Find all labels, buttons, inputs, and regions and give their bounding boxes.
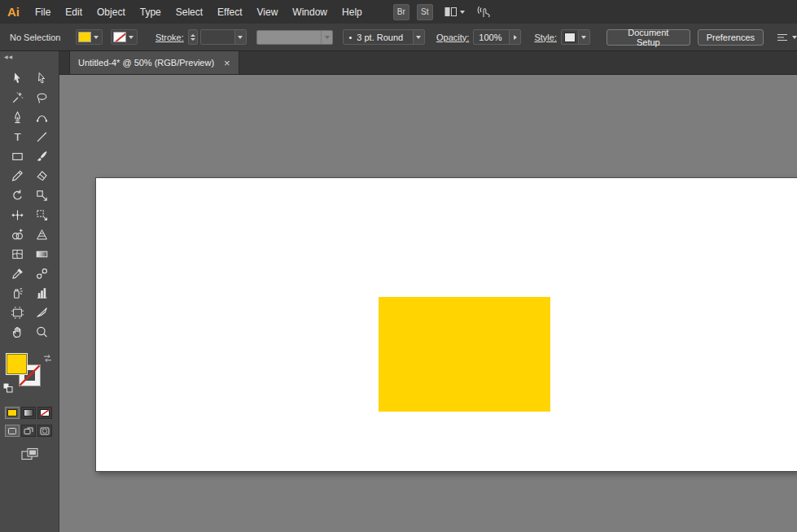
gradient-tool[interactable] <box>29 245 54 264</box>
draw-inside-button[interactable] <box>37 425 52 437</box>
free-transform-tool[interactable] <box>29 206 54 225</box>
align-panel-button[interactable] <box>776 32 797 43</box>
pen-tool[interactable] <box>5 108 29 127</box>
menu-select[interactable]: Select <box>169 0 210 24</box>
preferences-button[interactable]: Preferences <box>698 29 764 46</box>
stepper-down-icon <box>190 38 195 41</box>
rectangle-tool[interactable] <box>5 147 29 166</box>
menu-help[interactable]: Help <box>335 0 370 24</box>
yellow-rectangle-shape[interactable] <box>379 297 550 412</box>
style-dropdown[interactable] <box>578 30 589 44</box>
artboard-tool[interactable] <box>5 303 29 322</box>
document-tab-bar: Untitled-4* @ 50% (RGB/Preview) × <box>59 51 797 75</box>
direct-selection-tool[interactable] <box>29 69 54 88</box>
arrange-documents-icon <box>444 7 457 17</box>
stroke-weight-dropdown[interactable] <box>234 30 246 44</box>
style-swatch <box>564 33 576 42</box>
lasso-tool[interactable] <box>29 89 54 107</box>
fill-dropdown[interactable] <box>91 30 102 44</box>
stroke-panel-link[interactable]: Stroke: <box>155 33 184 42</box>
brush-definition-label: 3 pt. Round <box>357 33 403 42</box>
fill-swatch <box>78 32 91 42</box>
style-swatch-wrap <box>562 30 578 44</box>
chevron-down-icon <box>325 36 330 39</box>
hand-tool[interactable] <box>5 323 29 342</box>
fill-color-indicator[interactable] <box>6 353 28 375</box>
draw-normal-button[interactable] <box>5 425 20 437</box>
line-segment-tool[interactable] <box>29 128 54 146</box>
draw-behind-button[interactable] <box>21 425 36 437</box>
document-setup-button[interactable]: Document Setup <box>607 29 690 46</box>
panel-collapse-button[interactable]: ◀◀ <box>0 51 59 64</box>
color-button[interactable] <box>5 407 20 419</box>
change-screen-mode-button[interactable] <box>21 447 59 464</box>
menu-type[interactable]: Type <box>133 0 169 24</box>
align-panel-icon <box>776 32 789 43</box>
bridge-button[interactable]: Br <box>393 4 409 20</box>
touch-workspace-button[interactable] <box>476 6 492 19</box>
draw-normal-icon <box>7 427 17 435</box>
chevron-right-icon <box>514 35 517 40</box>
chevron-down-icon <box>94 36 99 39</box>
color-swatch <box>7 409 17 416</box>
symbol-sprayer-tool[interactable] <box>5 284 29 303</box>
control-bar: No Selection Stroke: • 3 <box>0 24 797 51</box>
none-button[interactable] <box>37 407 52 419</box>
brush-definition-combo[interactable]: • 3 pt. Round <box>343 29 425 45</box>
stepper-up-icon <box>190 34 195 37</box>
width-tool[interactable] <box>5 206 29 225</box>
menu-file[interactable]: File <box>28 0 58 24</box>
document-tab[interactable]: Untitled-4* @ 50% (RGB/Preview) × <box>69 51 239 74</box>
mesh-tool[interactable] <box>5 245 29 264</box>
menu-edit[interactable]: Edit <box>58 0 90 24</box>
screen-mode-icon <box>21 447 38 460</box>
stroke-weight-combo[interactable] <box>200 29 247 45</box>
stroke-weight-stepper[interactable] <box>188 29 198 45</box>
stroke-dropdown[interactable] <box>126 30 137 44</box>
chevron-down-icon <box>238 36 243 39</box>
stroke-color-picker[interactable] <box>111 29 138 45</box>
column-graph-tool[interactable] <box>29 284 54 303</box>
none-swatch-icon <box>40 409 50 416</box>
rotate-tool[interactable] <box>5 186 29 205</box>
menu-window[interactable]: Window <box>285 0 335 24</box>
eyedropper-tool[interactable] <box>5 264 29 283</box>
brush-definition-dropdown[interactable] <box>413 30 424 44</box>
brush-dot-icon: • <box>348 33 352 42</box>
default-fill-stroke-icon[interactable] <box>2 382 13 393</box>
curvature-tool[interactable] <box>29 108 54 127</box>
zoom-tool[interactable] <box>29 323 54 342</box>
magic-wand-tool[interactable] <box>5 89 29 107</box>
tab-close-icon[interactable]: × <box>224 58 230 68</box>
swap-fill-stroke-icon[interactable] <box>42 354 53 363</box>
tool-grid: T <box>0 64 59 342</box>
type-tool[interactable]: T <box>5 128 29 146</box>
width-profile-value <box>257 31 322 44</box>
menu-effect[interactable]: Effect <box>210 0 249 24</box>
chevron-down-icon <box>792 36 797 39</box>
slice-tool[interactable] <box>29 303 54 322</box>
eraser-tool[interactable] <box>29 167 54 185</box>
fill-color-picker[interactable] <box>76 29 103 45</box>
perspective-grid-tool[interactable] <box>29 225 54 244</box>
svg-text:T: T <box>14 131 20 143</box>
chevron-down-icon <box>416 36 421 39</box>
shape-builder-tool[interactable] <box>5 225 29 244</box>
menu-object[interactable]: Object <box>90 0 133 24</box>
style-combo[interactable] <box>561 29 590 45</box>
selection-tool[interactable] <box>5 69 29 88</box>
menu-view[interactable]: View <box>250 0 286 24</box>
arrange-documents-button[interactable] <box>444 7 465 17</box>
stock-button[interactable]: St <box>417 4 433 20</box>
scale-tool[interactable] <box>29 186 54 205</box>
paintbrush-tool[interactable] <box>29 147 54 166</box>
gradient-button[interactable] <box>21 407 36 419</box>
style-panel-link[interactable]: Style: <box>534 33 557 42</box>
opacity-expand[interactable] <box>509 30 520 44</box>
opacity-value: 100% <box>474 30 509 44</box>
opacity-combo[interactable]: 100% <box>473 29 521 45</box>
canvas-area[interactable] <box>59 75 797 532</box>
shaper-tool[interactable] <box>5 167 29 185</box>
blend-tool[interactable] <box>29 264 54 283</box>
opacity-panel-link[interactable]: Opacity: <box>436 33 469 42</box>
